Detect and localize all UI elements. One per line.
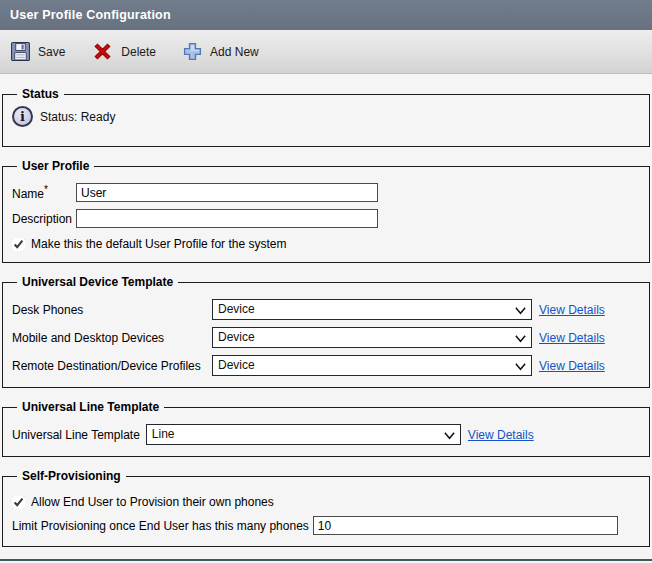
name-input[interactable]: [76, 183, 378, 202]
default-profile-checkbox[interactable]: [12, 238, 25, 251]
desk-phones-label: Desk Phones: [12, 303, 212, 317]
name-row: Name*: [12, 183, 640, 202]
default-profile-row: Make this the default User Profile for t…: [12, 237, 640, 251]
toolbar-delete-button[interactable]: Delete: [91, 40, 156, 63]
universal-line-template-section-title: Universal Line Template: [17, 400, 164, 414]
toolbar-add-new-button[interactable]: Add New: [182, 41, 259, 62]
name-label: Name*: [12, 184, 76, 201]
mobile-desktop-row: Mobile and Desktop Devices Device View D…: [12, 327, 640, 348]
limit-provisioning-label: Limit Provisioning once End User has thi…: [12, 519, 309, 533]
info-icon: i: [12, 106, 33, 127]
remote-destination-row: Remote Destination/Device Profiles Devic…: [12, 355, 640, 376]
self-provisioning-section: Self-Provisioning Allow End User to Prov…: [2, 469, 650, 547]
desk-phones-view-details-link[interactable]: View Details: [539, 303, 605, 317]
toolbar-save-button[interactable]: Save: [10, 41, 65, 62]
universal-line-template-label: Universal Line Template: [12, 428, 140, 442]
universal-line-template-select[interactable]: Line: [146, 424, 461, 445]
description-label: Description: [12, 212, 76, 226]
mobile-desktop-select-value: Device: [218, 330, 255, 344]
limit-provisioning-input[interactable]: [313, 516, 618, 535]
allow-provision-checkbox[interactable]: [12, 496, 25, 509]
status-section-title: Status: [17, 87, 64, 101]
chevron-down-icon: [443, 429, 456, 445]
chevron-down-icon: [514, 332, 527, 348]
toolbar-add-new-label: Add New: [210, 45, 259, 59]
mobile-desktop-label: Mobile and Desktop Devices: [12, 331, 212, 345]
default-profile-checkbox-label: Make this the default User Profile for t…: [31, 237, 286, 251]
toolbar-delete-label: Delete: [121, 45, 156, 59]
mobile-desktop-select[interactable]: Device: [212, 327, 532, 348]
chevron-down-icon: [514, 304, 527, 320]
page-title-bar: User Profile Configuration: [0, 0, 652, 30]
remote-destination-select-value: Device: [218, 358, 255, 372]
allow-provision-checkbox-label: Allow End User to Provision their own ph…: [31, 495, 274, 509]
description-input[interactable]: [76, 209, 378, 228]
toolbar-save-label: Save: [38, 45, 65, 59]
self-provisioning-section-title: Self-Provisioning: [17, 469, 126, 483]
universal-line-template-view-details-link[interactable]: View Details: [468, 428, 534, 442]
universal-line-template-section: Universal Line Template Universal Line T…: [2, 400, 650, 457]
required-marker: *: [44, 184, 48, 195]
page-title: User Profile Configuration: [10, 8, 171, 22]
universal-line-template-row: Universal Line Template Line View Detail…: [12, 424, 640, 445]
remote-destination-label: Remote Destination/Device Profiles: [12, 359, 212, 373]
delete-x-icon: [91, 40, 114, 63]
save-icon: [10, 41, 31, 62]
desk-phones-row: Desk Phones Device View Details: [12, 299, 640, 320]
user-profile-section-title: User Profile: [17, 159, 94, 173]
description-row: Description: [12, 209, 640, 228]
user-profile-section: User Profile Name* Description Make this…: [2, 159, 650, 263]
remote-destination-select[interactable]: Device: [212, 355, 532, 376]
allow-provision-row: Allow End User to Provision their own ph…: [12, 495, 640, 509]
limit-provisioning-row: Limit Provisioning once End User has thi…: [12, 516, 640, 535]
universal-line-template-select-value: Line: [152, 427, 175, 441]
desk-phones-select-value: Device: [218, 302, 255, 316]
main-content: Status i Status: Ready User Profile Name…: [0, 74, 652, 563]
status-text: Status: Ready: [40, 110, 115, 124]
universal-device-template-section: Universal Device Template Desk Phones De…: [2, 275, 650, 388]
desk-phones-select[interactable]: Device: [212, 299, 532, 320]
status-section: Status i Status: Ready: [2, 87, 650, 147]
status-row: i Status: Ready: [12, 104, 640, 135]
mobile-desktop-view-details-link[interactable]: View Details: [539, 331, 605, 345]
add-plus-icon: [182, 41, 203, 62]
toolbar: Save Delete Add New: [0, 30, 652, 74]
remote-destination-view-details-link[interactable]: View Details: [539, 359, 605, 373]
chevron-down-icon: [514, 360, 527, 376]
universal-device-template-section-title: Universal Device Template: [17, 275, 178, 289]
